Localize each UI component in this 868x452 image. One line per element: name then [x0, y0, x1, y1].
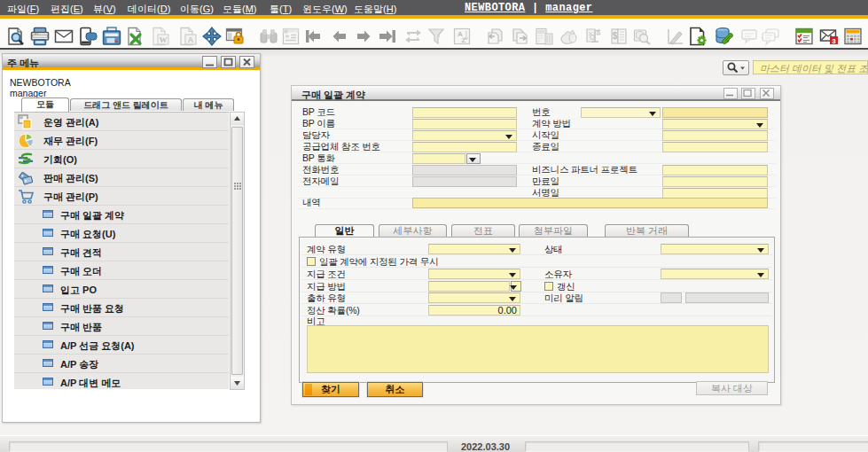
svg-text:A: A	[188, 35, 194, 44]
svg-text:3: 3	[832, 37, 836, 45]
svg-text:$: $	[613, 31, 618, 41]
svg-text:W: W	[160, 35, 168, 44]
